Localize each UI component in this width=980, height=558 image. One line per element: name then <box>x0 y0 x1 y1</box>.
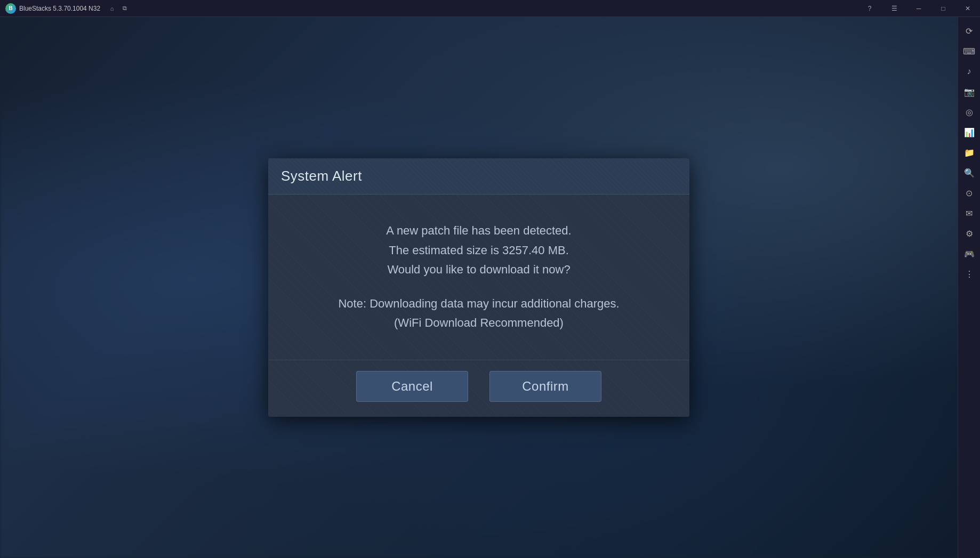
dialog-overlay: System Alert A new patch file has been d… <box>0 17 958 558</box>
help-button[interactable]: ? <box>857 0 882 17</box>
window-controls: ? ☰ ─ □ ✕ <box>857 0 980 17</box>
right-sidebar: ⟳ ⌨ ♪ 📷 ◎ 📊 📁 🔍 ⊙ ✉ ⚙ 🎮 ⋮ <box>958 17 980 558</box>
menu-button[interactable]: ☰ <box>882 0 906 17</box>
settings-icon[interactable]: ⚙ <box>960 224 979 243</box>
folder-icon[interactable]: 📁 <box>960 143 979 162</box>
gamepad-icon[interactable]: 🎮 <box>960 244 979 263</box>
message-line1: A new patch file has been detected. <box>284 221 673 240</box>
network-icon[interactable]: ⊙ <box>960 183 979 203</box>
dialog-note: Note: Downloading data may incur additio… <box>284 294 673 333</box>
dialog-header: System Alert <box>268 158 689 195</box>
system-alert-dialog: System Alert A new patch file has been d… <box>268 158 689 416</box>
app-name: BlueStacks 5.3.70.1004 N32 <box>19 5 100 12</box>
dialog-body: A new patch file has been detected. The … <box>268 195 689 359</box>
dialog-message: A new patch file has been detected. The … <box>284 221 673 279</box>
close-button[interactable]: ✕ <box>955 0 980 17</box>
layers-icon[interactable]: ⧉ <box>119 3 130 14</box>
main-area: System Alert A new patch file has been d… <box>0 17 958 558</box>
message-line3: Would you like to download it now? <box>284 260 673 279</box>
minimize-button[interactable]: ─ <box>906 0 931 17</box>
volume-icon[interactable]: ♪ <box>960 62 979 81</box>
cancel-button[interactable]: Cancel <box>356 371 468 402</box>
camera-icon[interactable]: 📷 <box>960 82 979 101</box>
dialog-title: System Alert <box>281 168 677 184</box>
home-icon[interactable]: ⌂ <box>107 3 117 14</box>
maximize-button[interactable]: □ <box>931 0 955 17</box>
mail-icon[interactable]: ✉ <box>960 204 979 223</box>
message-line2: The estimated size is 3257.40 MB. <box>284 241 673 260</box>
note-line2: (WiFi Download Recommended) <box>284 313 673 333</box>
search-icon[interactable]: 🔍 <box>960 163 979 182</box>
confirm-button[interactable]: Confirm <box>489 371 601 402</box>
note-line1: Note: Downloading data may incur additio… <box>284 294 673 313</box>
dialog-footer: Cancel Confirm <box>268 360 689 417</box>
bluestacks-logo: B <box>5 3 16 14</box>
keyboard-icon[interactable]: ⌨ <box>960 42 979 61</box>
options-icon[interactable]: ⋮ <box>960 264 979 284</box>
titlebar: B BlueStacks 5.3.70.1004 N32 ⌂ ⧉ ? ☰ ─ □… <box>0 0 980 17</box>
titlebar-icons: ⌂ ⧉ <box>103 3 133 14</box>
chart-icon[interactable]: 📊 <box>960 123 979 142</box>
rotate-icon[interactable]: ⟳ <box>960 21 979 41</box>
titlebar-left: B BlueStacks 5.3.70.1004 N32 ⌂ ⧉ <box>0 3 857 14</box>
location-icon[interactable]: ◎ <box>960 102 979 122</box>
